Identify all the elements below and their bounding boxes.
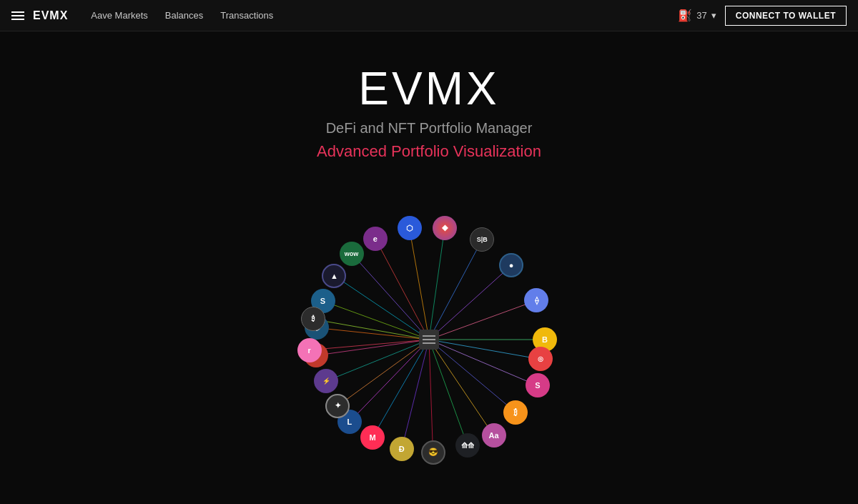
token-link[interactable]: ⬡	[398, 216, 422, 240]
token-rari[interactable]: r	[297, 338, 322, 362]
gas-chevron: ▾	[711, 10, 716, 21]
svg-line-10	[316, 340, 429, 355]
svg-line-3	[429, 228, 445, 340]
token-sushi[interactable]: S	[526, 373, 550, 397]
gas-value: 37	[696, 10, 706, 21]
token-ren[interactable]: ▲	[322, 264, 346, 288]
hamburger-menu[interactable]	[11, 11, 24, 20]
portfolio-visualization: ⟠●S|B◆⬡ewow▲S⬡~⚡₿Aa⟰⟰😎ÐML✦B◎Sr₿	[250, 175, 608, 504]
token-bal[interactable]: ⟰⟰	[455, 433, 480, 458]
svg-line-2	[429, 239, 482, 340]
hero-title: EVMX	[358, 66, 499, 112]
svg-line-21	[429, 340, 541, 359]
gas-icon: ⛽	[678, 9, 692, 22]
svg-line-15	[429, 340, 433, 453]
nav-links: Aave Markets Balances Transactions	[91, 10, 678, 21]
nav-aave-markets[interactable]: Aave Markets	[91, 10, 147, 21]
svg-line-23	[310, 340, 429, 350]
token-poly[interactable]: ◆	[433, 216, 457, 240]
svg-line-17	[373, 340, 429, 438]
token-qnt[interactable]: ✦	[325, 394, 350, 418]
svg-line-7	[334, 276, 429, 340]
nav-right: ⛽ 37 ▾ CONNECT TO WALLET	[678, 6, 847, 26]
svg-line-22	[429, 340, 538, 385]
hero-tagline: Advanced Portfolio Visualization	[317, 142, 541, 161]
token-mana[interactable]: M	[360, 425, 385, 450]
nav-logo: EVMX	[33, 9, 68, 22]
svg-line-13	[429, 340, 494, 435]
hub-icon	[419, 330, 439, 350]
hero-section: EVMX DeFi and NFT Portfolio Manager Adva…	[0, 31, 858, 504]
svg-line-1	[429, 265, 511, 340]
token-stnd[interactable]: ●	[499, 253, 523, 277]
nav-transactions[interactable]: Transactions	[220, 10, 273, 21]
connect-wallet-button[interactable]: CONNECT TO WALLET	[725, 6, 847, 26]
hero-subtitle: DeFi and NFT Portfolio Manager	[326, 120, 533, 137]
navbar: EVMX Aave Markets Balances Transactions …	[0, 0, 858, 31]
token-wbtc[interactable]: ₿	[301, 307, 325, 331]
token-enj[interactable]: e	[363, 227, 388, 251]
token-s618[interactable]: S|B	[470, 227, 494, 252]
svg-line-11	[326, 340, 429, 381]
gas-indicator[interactable]: ⛽ 37 ▾	[678, 9, 716, 22]
token-cyt[interactable]: ◎	[528, 347, 553, 371]
svg-line-0	[429, 300, 536, 340]
token-btc[interactable]: ₿	[503, 400, 528, 425]
nav-balances[interactable]: Balances	[165, 10, 203, 21]
token-doge[interactable]: Ð	[390, 437, 414, 461]
token-wow[interactable]: wow	[340, 242, 364, 266]
token-mfer[interactable]: 😎	[421, 440, 445, 465]
svg-line-4	[410, 228, 429, 340]
token-eth[interactable]: ⟠	[524, 288, 548, 312]
svg-line-18	[350, 340, 429, 422]
token-ghost[interactable]: ⚡	[314, 369, 338, 393]
token-aave[interactable]: Aa	[482, 423, 506, 448]
